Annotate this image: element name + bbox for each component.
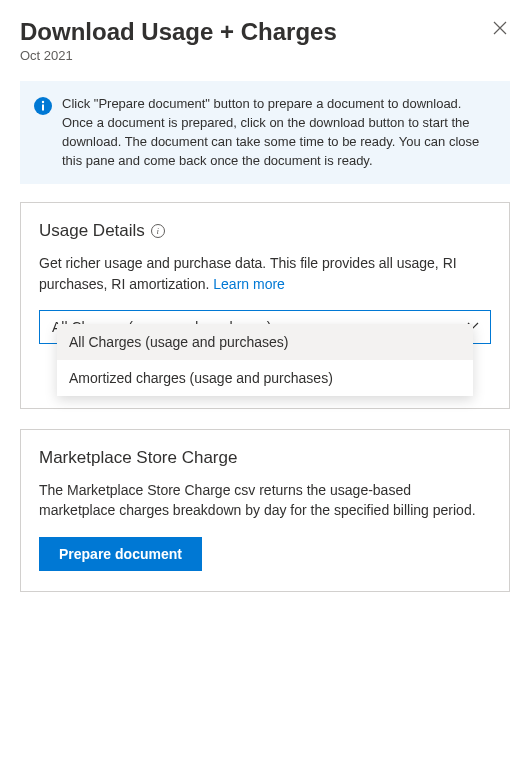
option-all-charges[interactable]: All Charges (usage and purchases) <box>57 324 473 360</box>
info-text: Click "Prepare document" button to prepa… <box>62 95 494 170</box>
svg-rect-1 <box>42 105 44 111</box>
svg-point-2 <box>42 101 44 103</box>
marketplace-description: The Marketplace Store Charge csv returns… <box>39 480 491 521</box>
learn-more-link[interactable]: Learn more <box>213 276 285 292</box>
charges-dropdown: All Charges (usage and purchases) Amorti… <box>57 324 473 396</box>
prepare-document-button[interactable]: Prepare document <box>39 537 202 571</box>
close-button[interactable] <box>492 20 512 40</box>
page-title: Download Usage + Charges <box>20 18 510 46</box>
info-outline-icon[interactable]: i <box>151 224 165 238</box>
usage-details-card: Usage Details i Get richer usage and pur… <box>20 202 510 409</box>
option-amortized-charges[interactable]: Amortized charges (usage and purchases) <box>57 360 473 396</box>
page-subtitle: Oct 2021 <box>20 48 510 63</box>
marketplace-title: Marketplace Store Charge <box>39 448 237 468</box>
close-icon <box>492 20 508 36</box>
usage-title: Usage Details <box>39 221 145 241</box>
panel-header: Download Usage + Charges Oct 2021 <box>0 0 530 73</box>
info-banner: Click "Prepare document" button to prepa… <box>20 81 510 184</box>
info-icon <box>34 97 52 118</box>
usage-description: Get richer usage and purchase data. This… <box>39 253 491 294</box>
marketplace-card: Marketplace Store Charge The Marketplace… <box>20 429 510 592</box>
